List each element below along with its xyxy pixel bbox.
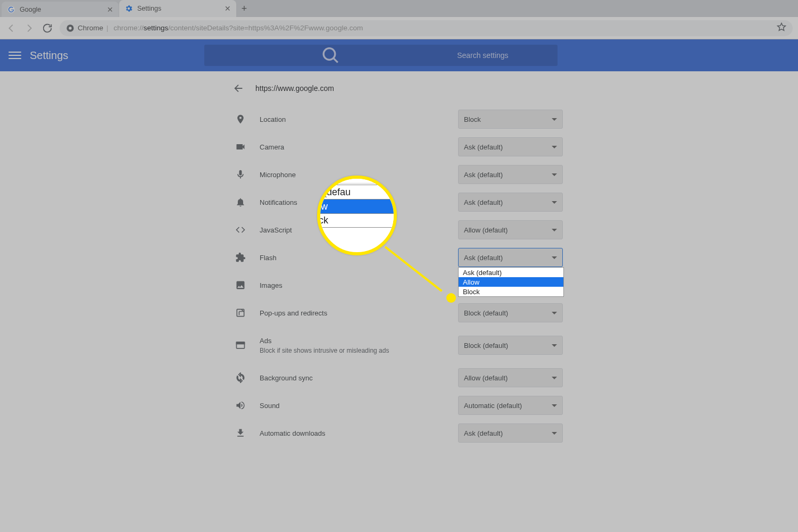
mic-icon <box>235 169 246 180</box>
mag-option: Block <box>317 213 397 228</box>
permission-select[interactable]: Ask (default) <box>458 193 563 212</box>
location-icon <box>235 114 246 124</box>
settings-title: Settings <box>30 49 68 62</box>
puzzle-icon <box>235 252 246 263</box>
callout-dot <box>446 293 456 303</box>
back-arrow-button[interactable] <box>233 82 245 94</box>
permission-select[interactable]: Automatic (default) <box>458 396 563 415</box>
tab-google[interactable]: Google ✕ <box>2 2 119 17</box>
sync-icon <box>235 372 246 383</box>
permission-label: Ads <box>260 337 444 345</box>
permission-label: Images <box>260 281 444 289</box>
close-icon[interactable]: ✕ <box>107 5 113 14</box>
permission-row-camera: CameraAsk (default) <box>222 133 576 161</box>
address-bar[interactable]: Chrome | chrome://settings/content/siteD… <box>60 20 793 36</box>
tab-title: Google <box>20 6 41 13</box>
browser-toolbar: Chrome | chrome://settings/content/siteD… <box>0 17 798 39</box>
permission-select[interactable]: Block (default) <box>458 303 563 322</box>
permission-select[interactable]: Block (default) <box>458 336 563 355</box>
permission-select[interactable]: Allow (default) <box>458 368 563 387</box>
search-icon <box>212 45 450 66</box>
svg-point-2 <box>69 27 71 29</box>
dropdown-option[interactable]: Ask (default) <box>459 268 563 277</box>
popup-icon <box>235 307 246 318</box>
permission-dropdown: Ask (default)AllowBlock <box>458 267 564 297</box>
permission-row-ads: AdsBlock if site shows intrusive or misl… <box>222 327 576 364</box>
settings-search[interactable] <box>204 45 558 66</box>
dropdown-option[interactable]: Block <box>459 287 563 296</box>
permission-row-bell: NotificationsAsk (default) <box>222 188 576 216</box>
permission-select[interactable]: Ask (default) <box>458 165 563 184</box>
reload-button[interactable] <box>41 22 53 34</box>
settings-search-input[interactable] <box>457 51 550 60</box>
bell-icon <box>235 197 246 207</box>
permission-select[interactable]: Block <box>458 110 563 129</box>
permission-row-mic: MicrophoneAsk (default) <box>222 161 576 188</box>
close-icon[interactable]: ✕ <box>225 4 231 13</box>
url-text: chrome://settings/content/siteDetails?si… <box>114 24 363 32</box>
settings-page: https://www.google.com LocationBlockCame… <box>0 71 798 532</box>
permission-row-location: LocationBlock <box>222 105 576 133</box>
origin-chip: Chrome | <box>66 24 109 32</box>
permission-select[interactable]: Ask (default) <box>458 137 563 156</box>
tab-settings[interactable]: Settings ✕ <box>119 0 236 17</box>
settings-header: Settings <box>0 39 798 71</box>
dropdown-option[interactable]: Allow <box>459 277 563 287</box>
site-header: https://www.google.com <box>222 71 576 105</box>
ads-icon <box>235 340 246 351</box>
permission-label: Background sync <box>260 374 444 382</box>
site-details-card: https://www.google.com LocationBlockCame… <box>222 71 576 532</box>
permission-row-sync: Background syncAllow (default) <box>222 364 576 392</box>
permission-label: Sound <box>260 402 444 410</box>
new-tab-button[interactable]: + <box>236 0 252 17</box>
origin-chip-label: Chrome <box>78 24 103 32</box>
permission-label: Automatic downloads <box>260 429 444 437</box>
permission-row-code: JavaScriptAllow (default) <box>222 216 576 244</box>
permission-select[interactable]: Allow (default) <box>458 220 563 239</box>
bookmark-star-icon[interactable] <box>777 22 786 34</box>
tab-title: Settings <box>137 5 161 12</box>
permission-row-download: Automatic downloadsAsk (default) <box>222 419 576 447</box>
permission-select[interactable]: Ask (default)Ask (default)AllowBlock <box>458 248 563 267</box>
permission-row-popup: Pop-ups and redirectsBlock (default) <box>222 299 576 327</box>
permission-label: Camera <box>260 143 444 151</box>
forward-button[interactable] <box>23 22 35 34</box>
image-icon <box>235 280 246 290</box>
permission-label: Location <box>260 115 444 123</box>
mag-option: Ask (defau <box>317 185 397 199</box>
download-icon <box>235 428 246 438</box>
permission-select[interactable]: Ask (default) <box>458 423 563 443</box>
back-button[interactable] <box>5 22 17 34</box>
google-favicon <box>7 5 15 14</box>
settings-favicon <box>124 4 133 13</box>
permission-row-sound: SoundAutomatic (default) <box>222 392 576 419</box>
permission-sublabel: Block if site shows intrusive or mislead… <box>260 347 444 354</box>
permission-label: Pop-ups and redirects <box>260 309 444 317</box>
site-url: https://www.google.com <box>255 84 334 93</box>
svg-point-3 <box>323 48 335 60</box>
magnifier-callout: Ask (de Ask (defauAllowBlock <box>317 176 397 255</box>
camera-icon <box>235 142 246 152</box>
svg-rect-6 <box>237 342 245 344</box>
code-icon <box>235 225 246 235</box>
sound-icon <box>235 400 246 411</box>
browser-tabstrip: Google ✕ Settings ✕ + <box>0 0 798 17</box>
mag-option: Allow <box>317 199 397 213</box>
menu-icon[interactable] <box>9 49 21 62</box>
